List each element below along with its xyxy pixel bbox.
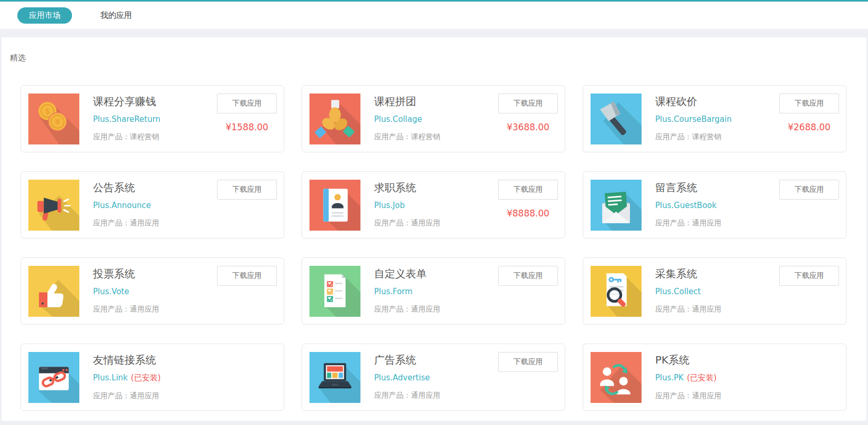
app-actions: 下载应用 ¥3688.00: [498, 94, 558, 132]
app-actions: 下载应用 ¥1588.00: [217, 94, 277, 132]
app-package: Plus.GuestBook: [655, 201, 717, 210]
people-swap-icon: [591, 352, 642, 403]
download-button[interactable]: 下载应用: [498, 180, 558, 200]
magnifier-doc-icon: [591, 266, 642, 317]
download-button[interactable]: 下载应用: [498, 352, 558, 372]
axe-icon: [591, 94, 642, 144]
app-title: 课程拼团: [374, 95, 440, 109]
svg-text:¥: ¥: [55, 118, 60, 127]
app-card: PK系统 Plus.PK(已安装) 应用产品：通用应用: [583, 344, 846, 411]
app-price: ¥1588.00: [225, 122, 268, 132]
app-package-line: Plus.ShareReturn: [93, 115, 160, 124]
download-button[interactable]: 下载应用: [217, 180, 277, 200]
app-price: ¥8888.00: [507, 208, 549, 219]
app-card: 课程砍价 Plus.CourseBargain 应用产品：课程营销 下载应用 ¥…: [583, 85, 846, 152]
app-package-line: Plus.Form: [374, 287, 440, 296]
app-card: 课程拼团 Plus.Collage 应用产品：课程营销 下载应用 ¥3688.0…: [302, 85, 565, 152]
download-button[interactable]: 下载应用: [498, 94, 558, 113]
app-price: ¥2688.00: [788, 122, 830, 132]
app-product: 应用产品：通用应用: [655, 305, 721, 314]
app-title: PK系统: [655, 353, 721, 367]
app-card: 留言系统 Plus.GuestBook 应用产品：通用应用 下载应用: [583, 171, 846, 239]
app-package: Plus.Vote: [93, 287, 129, 296]
app-title: 留言系统: [655, 181, 721, 195]
app-card: 公告系统 Plus.Announce 应用产品：通用应用 下载应用: [20, 171, 284, 239]
app-package: Plus.CourseBargain: [655, 115, 731, 124]
app-product: 应用产品：通用应用: [374, 219, 440, 228]
app-info: 求职系统 Plus.Job 应用产品：通用应用: [374, 181, 440, 228]
envelope-icon: [591, 180, 642, 231]
app-package: Plus.ShareReturn: [93, 115, 160, 124]
app-info: 课程砍价 Plus.CourseBargain 应用产品：课程营销: [655, 95, 731, 142]
app-title: 自定义表单: [374, 267, 440, 281]
app-package-line: Plus.GuestBook: [655, 201, 721, 210]
app-package-line: Plus.Link(已安装): [93, 373, 161, 383]
app-info: 自定义表单 Plus.Form 应用产品：通用应用: [374, 267, 440, 314]
resume-icon: [309, 180, 360, 231]
app-card: 求职系统 Plus.Job 应用产品：通用应用 下载应用 ¥8888.00: [302, 171, 565, 239]
app-title: 广告系统: [374, 353, 440, 367]
app-product: 应用产品：通用应用: [655, 219, 721, 228]
app-card: 友情链接系统 Plus.Link(已安装) 应用产品：通用应用: [20, 344, 284, 411]
tab-app-market[interactable]: 应用市场: [17, 7, 72, 24]
app-package-line: Plus.CourseBargain: [655, 115, 731, 124]
app-info: 公告系统 Plus.Announce 应用产品：通用应用: [93, 181, 159, 228]
app-package-line: Plus.Collage: [374, 115, 440, 124]
app-info: 留言系统 Plus.GuestBook 应用产品：通用应用: [655, 181, 721, 228]
app-card: 自定义表单 Plus.Form 应用产品：通用应用 下载应用: [302, 257, 565, 325]
app-package-line: Plus.Vote: [93, 287, 159, 296]
download-button[interactable]: 下载应用: [217, 94, 277, 113]
app-product: 应用产品：通用应用: [374, 391, 440, 400]
thumbs-up-icon: [28, 266, 79, 317]
app-title: 公告系统: [93, 181, 159, 195]
download-button[interactable]: 下载应用: [498, 266, 558, 286]
app-title: 友情链接系统: [93, 353, 161, 367]
app-info: 课程分享赚钱 Plus.ShareReturn 应用产品：课程营销: [93, 95, 160, 142]
download-button[interactable]: 下载应用: [779, 94, 839, 113]
app-package: Plus.Job: [374, 201, 405, 210]
app-package-line: Plus.PK(已安装): [655, 373, 721, 383]
app-product: 应用产品：通用应用: [93, 391, 161, 401]
content-panel: 精选 $ ¥ 课程分享赚钱 Plus.ShareReturn 应用产品：课程营销…: [2, 37, 866, 421]
app-actions: 下载应用 ¥8888.00: [498, 180, 558, 219]
app-package: Plus.Collect: [655, 287, 701, 296]
app-price: ¥3688.00: [507, 122, 549, 132]
app-actions: 下载应用: [217, 266, 277, 286]
tab-my-apps[interactable]: 我的应用: [100, 11, 132, 20]
app-title: 求职系统: [374, 181, 440, 195]
app-info: 友情链接系统 Plus.Link(已安装) 应用产品：通用应用: [93, 353, 161, 401]
chain-link-icon: [28, 352, 79, 403]
download-button[interactable]: 下载应用: [779, 266, 839, 286]
app-package: Plus.PK: [655, 373, 684, 382]
app-title: 课程砍价: [655, 95, 731, 109]
app-product: 应用产品：通用应用: [374, 305, 440, 314]
coins-icon: $ ¥: [28, 94, 79, 144]
checklist-icon: [309, 266, 360, 317]
download-button[interactable]: 下载应用: [217, 266, 277, 286]
app-card: 采集系统 Plus.Collect 应用产品：通用应用 下载应用: [583, 257, 846, 325]
app-product: 应用产品：课程营销: [374, 132, 440, 142]
app-actions: 下载应用: [217, 180, 277, 200]
app-title: 课程分享赚钱: [93, 95, 160, 109]
app-package-line: Plus.Advertise: [374, 373, 440, 382]
hands-together-icon: [309, 94, 360, 144]
app-package: Plus.Collage: [374, 115, 422, 124]
app-product: 应用产品：通用应用: [655, 391, 721, 401]
download-button[interactable]: 下载应用: [779, 180, 839, 200]
app-info: 采集系统 Plus.Collect 应用产品：通用应用: [655, 267, 721, 314]
app-grid: $ ¥ 课程分享赚钱 Plus.ShareReturn 应用产品：课程营销 下载…: [20, 85, 866, 411]
app-title: 投票系统: [93, 267, 159, 281]
app-package: Plus.Form: [374, 287, 412, 296]
installed-badge: (已安装): [687, 373, 717, 382]
app-product: 应用产品：课程营销: [655, 132, 731, 142]
app-info: 课程拼团 Plus.Collage 应用产品：课程营销: [374, 95, 440, 142]
tab-bar: 应用市场 我的应用: [0, 2, 868, 29]
app-package: Plus.Announce: [93, 201, 151, 210]
app-actions: 下载应用: [779, 180, 839, 200]
app-actions: 下载应用: [498, 266, 558, 286]
app-info: 投票系统 Plus.Vote 应用产品：通用应用: [93, 267, 159, 314]
app-title: 采集系统: [655, 267, 721, 281]
app-package: Plus.Advertise: [374, 373, 430, 382]
app-product: 应用产品：通用应用: [93, 219, 159, 228]
section-title: 精选: [10, 53, 866, 63]
